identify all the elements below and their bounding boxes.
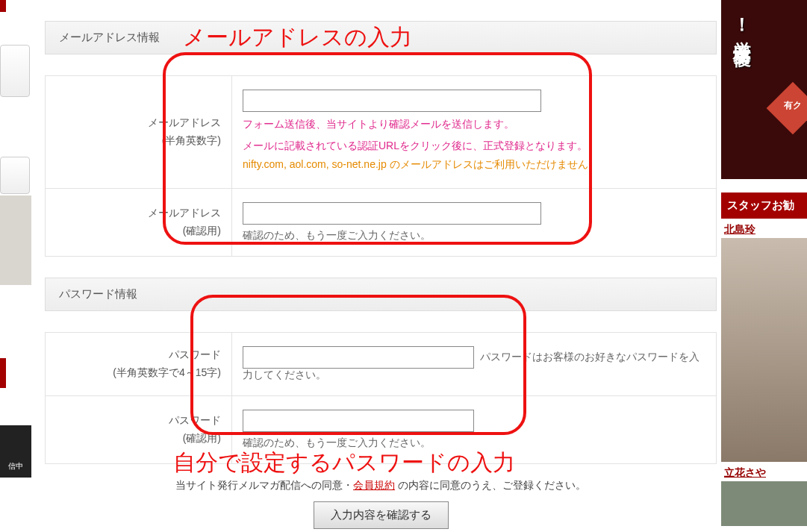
left-button-fragment-2[interactable]	[0, 157, 30, 194]
email-confirm-input[interactable]	[243, 202, 541, 225]
password-label: パスワード (半角英数字で4～15字)	[46, 332, 232, 395]
password-confirm-label-line2: (確認用)	[183, 432, 221, 444]
consent-suffix: の内容に同意のうえ、ご登録ください。	[395, 479, 586, 491]
email-confirm-label-line1: メールアドレス	[148, 207, 221, 219]
email-hint-orange: nifty.com, aol.com, so-net.ne.jp のメールアドレ…	[243, 155, 705, 174]
password-cell: パスワードはお客様のお好きなパスワードを入力してください。	[232, 332, 717, 395]
email-row: メールアドレス (半角英数字) フォーム送信後、当サイトより確認メールを送信しま…	[46, 76, 717, 189]
left-rail: 信中	[0, 0, 33, 532]
password-label-line1: パスワード	[169, 348, 221, 360]
actress-link-2[interactable]: 立花さや	[721, 462, 807, 481]
submit-wrap: 入力内容を確認する	[45, 501, 717, 529]
email-confirm-label-line2: (確認用)	[183, 225, 221, 237]
actress-thumb-1[interactable]	[721, 238, 807, 462]
email-confirm-label: メールアドレス (確認用)	[46, 188, 232, 256]
left-dark-badge: 信中	[0, 425, 31, 478]
email-label: メールアドレス (半角英数字)	[46, 76, 232, 189]
email-confirm-row: メールアドレス (確認用) 確認のため、もう一度ご入力ください。	[46, 188, 717, 256]
right-rail: ！厳選女優 有ク スタッフお勧 北島玲 立花さや	[721, 0, 807, 532]
promo-banner[interactable]: ！厳選女優 有ク	[721, 0, 807, 179]
email-cell: フォーム送信後、当サイトより確認メールを送信します。 メールに記載されている認証…	[232, 76, 717, 189]
banner-ribbon: 有ク	[767, 82, 807, 135]
email-confirm-hint: 確認のため、もう一度ご入力ください。	[243, 229, 705, 242]
email-input[interactable]	[243, 90, 541, 112]
left-button-fragment-1[interactable]	[0, 45, 30, 97]
email-hint-pink1: フォーム送信後、当サイトより確認メールを送信します。	[243, 115, 705, 134]
email-hint-pink2: メールに記載されている認証URLをクリック後に、正式登録となります。	[243, 137, 705, 155]
email-label-line1: メールアドレス	[148, 116, 221, 128]
consent-prefix: 当サイト発行メルマガ配信への同意・	[175, 479, 353, 491]
password-form-table: パスワード (半角英数字で4～15字) パスワードはお客様のお好きなパスワードを…	[45, 332, 717, 464]
banner-vertical-text: ！厳選女優	[730, 6, 754, 39]
password-section-heading: パスワード情報	[45, 278, 717, 311]
password-confirm-input[interactable]	[243, 410, 474, 432]
password-confirm-hint: 確認のため、もう一度ご入力ください。	[243, 436, 705, 450]
submit-button[interactable]: 入力内容を確認する	[314, 501, 449, 529]
password-row: パスワード (半角英数字で4～15字) パスワードはお客様のお好きなパスワードを…	[46, 332, 717, 395]
main-content: メールアドレス情報 メールアドレス (半角英数字) フォーム送信後、当サイトより…	[45, 0, 717, 532]
accent-strip-2	[0, 358, 6, 388]
email-confirm-cell: 確認のため、もう一度ご入力ください。	[232, 188, 717, 256]
password-label-line2: (半角英数字で4～15字)	[113, 366, 221, 378]
email-section-heading: メールアドレス情報	[45, 21, 717, 54]
email-label-line2: (半角英数字)	[162, 134, 221, 146]
actress-link-1[interactable]: 北島玲	[721, 219, 807, 238]
accent-strip	[0, 0, 6, 12]
password-confirm-cell: 確認のため、もう一度ご入力ください。	[232, 395, 717, 463]
password-confirm-row: パスワード (確認用) 確認のため、もう一度ご入力ください。	[46, 395, 717, 463]
password-confirm-label-line1: パスワード	[169, 414, 221, 426]
left-badge-text: 信中	[8, 462, 23, 470]
terms-link[interactable]: 会員規約	[353, 479, 395, 491]
password-input[interactable]	[243, 346, 474, 369]
password-confirm-label: パスワード (確認用)	[46, 395, 232, 463]
left-image-fragment	[0, 195, 31, 285]
staff-recommend-heading: スタッフお勧	[721, 193, 807, 219]
consent-text: 当サイト発行メルマガ配信への同意・会員規約 の内容に同意のうえ、ご登録ください。	[45, 479, 717, 492]
email-form-table: メールアドレス (半角英数字) フォーム送信後、当サイトより確認メールを送信しま…	[45, 75, 717, 257]
banner-ribbon-text: 有ク	[784, 99, 802, 112]
actress-thumb-2[interactable]	[721, 481, 807, 526]
